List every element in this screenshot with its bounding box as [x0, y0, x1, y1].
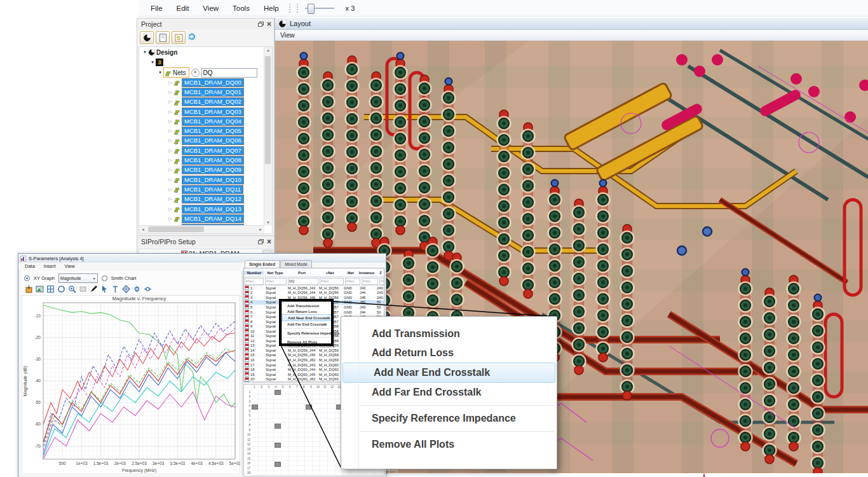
matrix-cell-4-9[interactable]	[313, 404, 320, 409]
matrix-cell-4-4[interactable]	[274, 404, 281, 409]
marker-flag-icon[interactable]	[111, 284, 119, 293]
matrix-cell-12-11[interactable]	[328, 442, 336, 447]
matrix-cell-8-6[interactable]	[289, 423, 297, 428]
cursor-icon[interactable]	[100, 284, 109, 293]
matrix-cell-3-10[interactable]	[320, 399, 328, 404]
matrix-cell-6-11[interactable]	[328, 413, 336, 418]
matrix-cell-1-5[interactable]	[281, 390, 289, 395]
matrix-cell-17-4[interactable]	[274, 466, 281, 471]
matrix-cell-5-4[interactable]	[274, 409, 281, 414]
matrix-cell-17-9[interactable]	[313, 466, 320, 471]
matrix-cell-10-11[interactable]	[328, 432, 336, 438]
matrix-cell-14-10[interactable]	[320, 452, 328, 457]
matrix-cell-15-6[interactable]	[289, 457, 297, 462]
net-item[interactable]: ▷MCB1_DRAM_DQ07	[139, 146, 272, 155]
matrix-cell-16-7[interactable]	[297, 461, 305, 466]
close-panel-icon[interactable]: ×	[267, 21, 271, 27]
scroll-up-icon[interactable]: ▲	[266, 48, 270, 52]
smith-chart-radio[interactable]	[102, 275, 107, 281]
tree-node-design[interactable]: ▾ Design	[139, 47, 272, 57]
matrix-cell-3-1[interactable]	[251, 399, 259, 404]
matrix-cell-12-3[interactable]	[266, 442, 274, 447]
matrix-cell-11-2[interactable]	[259, 438, 266, 443]
menu-item-add-transmission[interactable]: Add Transmission	[341, 324, 557, 343]
filter-input-1[interactable]: Filter	[265, 278, 287, 285]
matrix-cell-3-2[interactable]	[259, 399, 266, 404]
matrix-cell-16-8[interactable]	[305, 461, 313, 466]
matrix-cell-11-6[interactable]	[289, 438, 297, 443]
matrix-cell-3-11[interactable]	[328, 399, 336, 404]
matrix-cell-8-4[interactable]	[274, 423, 281, 428]
matrix-cell-9-6[interactable]	[289, 428, 297, 433]
matrix-cell-10-7[interactable]	[297, 432, 305, 438]
matrix-cell-3-9[interactable]	[313, 399, 320, 404]
matrix-cell-13-9[interactable]	[313, 447, 320, 452]
matrix-cell-10-8[interactable]	[305, 432, 313, 438]
net-item[interactable]: ▷MCB1_DRAM_DQ14	[139, 214, 272, 223]
expand-caret-icon[interactable]: ▷	[167, 148, 173, 153]
expand-caret-icon[interactable]: ▷	[167, 158, 173, 163]
matrix-cell-16-4[interactable]	[274, 461, 281, 466]
tree-node-nets[interactable]: ▾ Nets ✕	[139, 67, 272, 78]
matrix-cell-8-11[interactable]	[328, 423, 336, 428]
menu-item-add-far-end-crosstalk[interactable]: Add Far End Crosstalk	[282, 321, 332, 327]
matrix-cell-6-1[interactable]	[251, 413, 259, 418]
matrix-cell-5-8[interactable]	[305, 409, 313, 414]
net-item[interactable]: ▷MCB1_DRAM_DQ05	[139, 126, 272, 135]
matrix-cell-12-8[interactable]	[305, 442, 313, 447]
sparam-menu-insert[interactable]: Insert	[40, 263, 60, 271]
net-item[interactable]: ▷MCB1_DRAM_DQ10	[139, 175, 272, 184]
matrix-cell-12-7[interactable]	[297, 442, 305, 447]
matrix-cell-4-8[interactable]	[305, 404, 313, 409]
matrix-cell-14-4[interactable]	[274, 452, 281, 457]
xy-graph-radio[interactable]	[24, 275, 30, 281]
net-item[interactable]: ▷MCB1_DRAM_DQ06	[139, 136, 272, 146]
net-item[interactable]: ▷MCB1_DRAM_DQ01	[139, 87, 272, 97]
matrix-cell-4-2[interactable]	[259, 404, 266, 409]
filter-input-2[interactable]: DQ	[288, 278, 318, 285]
matrix-cell-18-4[interactable]	[274, 471, 281, 476]
net-label-chip[interactable]: MCB1_DRAM_DQ11	[182, 185, 243, 194]
column-header-instance[interactable]: Instance	[358, 271, 375, 275]
matrix-cell-18-12[interactable]	[336, 471, 343, 476]
menu-edit[interactable]: Edit	[170, 3, 196, 14]
matrix-cell-6-3[interactable]	[266, 413, 274, 418]
net-item[interactable]: ▷MCB1_DRAM_DQ09	[139, 165, 272, 175]
menu-file[interactable]: File	[144, 3, 170, 14]
display-mode-dropdown[interactable]: Magnitude ▼	[58, 273, 98, 283]
matrix-cell-7-3[interactable]	[266, 418, 274, 424]
menu-help[interactable]: Help	[257, 3, 286, 14]
matrix-cell-15-3[interactable]	[266, 457, 274, 462]
matrix-cell-16-10[interactable]	[320, 461, 328, 466]
filter-input-0[interactable]: Filter	[245, 278, 264, 285]
matrix-cell-1-1[interactable]	[251, 390, 259, 395]
net-item[interactable]: ▷MCB1_DRAM_DQ11	[139, 184, 272, 194]
matrix-cell-10-4[interactable]	[274, 432, 281, 438]
matrix-cell-4-7[interactable]	[297, 404, 305, 409]
matrix-cell-12-6[interactable]	[289, 442, 297, 447]
matrix-cell-2-7[interactable]	[297, 394, 305, 399]
matrix-cell-13-1[interactable]	[251, 447, 259, 452]
matrix-cell-17-10[interactable]	[320, 466, 328, 471]
matrix-cell-7-9[interactable]	[313, 418, 320, 424]
pan-icon[interactable]	[57, 284, 65, 293]
net-item[interactable]: ▷MCB1_DRAM_DQ00	[139, 78, 272, 87]
matrix-cell-3-5[interactable]	[281, 399, 289, 404]
net-label-chip[interactable]: MCB1_DRAM_DQ03	[182, 107, 244, 116]
scroll-down-icon[interactable]: ▼	[266, 221, 270, 225]
expand-caret-icon[interactable]: ▾	[149, 60, 156, 65]
matrix-cell-12-10[interactable]	[320, 442, 328, 447]
matrix-cell-1-10[interactable]	[320, 390, 328, 395]
matrix-cell-1-3[interactable]	[266, 390, 274, 395]
matrix-cell-11-1[interactable]	[251, 438, 259, 443]
matrix-cell-16-11[interactable]	[328, 461, 336, 466]
matrix-cell-18-15[interactable]	[358, 471, 366, 476]
matrix-cell-5-2[interactable]	[259, 409, 266, 414]
matrix-cell-11-10[interactable]	[320, 438, 328, 443]
matrix-cell-18-19[interactable]	[390, 471, 397, 476]
matrix-cell-17-6[interactable]	[289, 466, 297, 471]
expand-caret-icon[interactable]: ▷	[167, 138, 173, 143]
menu-item-remove-all-plots[interactable]: Remove All Plots	[282, 339, 332, 345]
matrix-cell-15-4[interactable]	[274, 457, 281, 462]
substrate-icon[interactable]: S	[172, 31, 186, 44]
